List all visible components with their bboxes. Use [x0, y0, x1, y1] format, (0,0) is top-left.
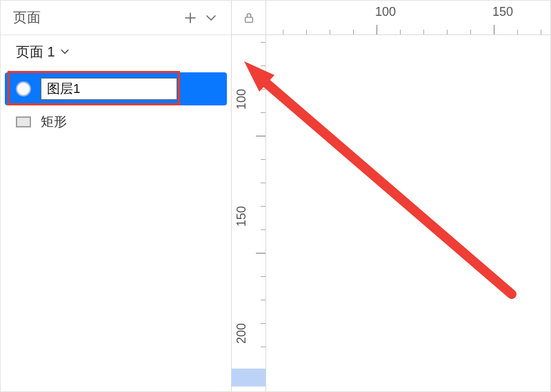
vertical-ruler[interactable]: 100150200 — [232, 35, 266, 391]
page-name: 页面 1 — [16, 43, 55, 61]
rectangle-layer-icon — [16, 116, 31, 127]
annotation-arrow — [244, 61, 534, 351]
lock-guides-button[interactable] — [232, 1, 266, 35]
svg-line-2 — [263, 81, 512, 294]
ruler-h-label: 150 — [492, 5, 513, 19]
add-page-button[interactable] — [180, 8, 201, 28]
chevron-down-icon — [59, 46, 70, 57]
panel-title: 页面 — [13, 8, 41, 27]
ruler-v-label: 150 — [234, 206, 249, 227]
layer-rename-input[interactable] — [41, 78, 177, 100]
ruler-v-label: 100 — [234, 89, 249, 110]
svg-rect-0 — [245, 17, 252, 22]
panel-header: 页面 — [1, 1, 231, 35]
layer-item-selected[interactable] — [5, 72, 227, 105]
pages-menu-button[interactable] — [201, 8, 221, 28]
chevron-down-icon — [204, 11, 218, 25]
lock-icon — [243, 12, 255, 24]
page-row[interactable]: 页面 1 — [1, 35, 231, 68]
ruler-v-label: 200 — [234, 323, 249, 344]
pages-layers-panel: 页面 页面 1 矩形 — [1, 1, 232, 391]
layer-list: 矩形 — [1, 68, 231, 138]
plus-icon — [183, 11, 197, 25]
ruler-h-label: 100 — [375, 5, 396, 19]
horizontal-ruler[interactable]: 100150 — [266, 1, 550, 35]
circle-layer-icon — [16, 81, 31, 96]
layer-item[interactable]: 矩形 — [1, 105, 231, 138]
canvas-area[interactable]: 100150 100150200 — [232, 1, 550, 391]
ruler-selection-highlight — [232, 369, 266, 386]
layer-name: 矩形 — [41, 113, 67, 131]
